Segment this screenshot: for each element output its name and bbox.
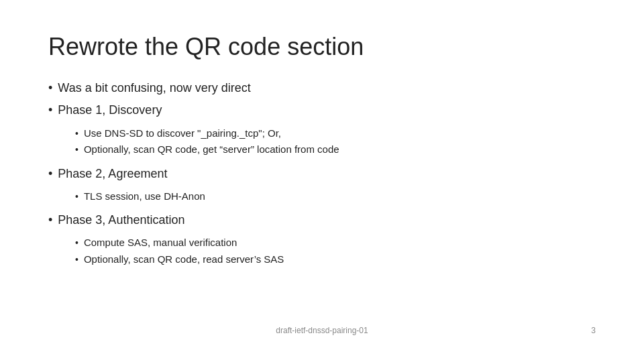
slide-footer: draft-ietf-dnssd-pairing-01 3 [48, 320, 596, 335]
bullet-1-text: Was a bit confusing, now very direct [58, 80, 250, 97]
bullet-4-sub-2-text: Optionally, scan QR code, read server’s … [84, 252, 284, 267]
bullet-4-sub-1-text: Compute SAS, manual verification [84, 235, 237, 251]
bullet-4-sub-2-dot: • [75, 252, 78, 267]
bullet-2-sub-2-dot: • [75, 142, 78, 157]
bullet-4-sub-2: • Optionally, scan QR code, read server’… [75, 252, 596, 267]
bullet-4-subs: • Compute SAS, manual verification • Opt… [75, 235, 596, 267]
bullet-3-subs: • TLS session, use DH-Anon [75, 189, 596, 204]
bullet-2-sub-2-text: Optionally, scan QR code, get “server” l… [84, 142, 339, 158]
bullet-4: • Phase 3, Authentication [48, 212, 596, 229]
slide-content: • Was a bit confusing, now very direct •… [48, 80, 596, 320]
bullet-2-dot: • [48, 102, 52, 119]
bullet-2-sub-2: • Optionally, scan QR code, get “server”… [75, 142, 596, 158]
bullet-2: • Phase 1, Discovery [48, 102, 596, 119]
bullet-3-sub-1-dot: • [75, 189, 78, 204]
bullet-3-dot: • [48, 166, 52, 182]
bullet-4-dot: • [48, 212, 52, 229]
bullet-3-text: Phase 2, Agreement [58, 166, 167, 182]
bullet-3-sub-1-text: TLS session, use DH-Anon [84, 189, 205, 204]
slide-title: Rewrote the QR code section [48, 32, 596, 61]
bullet-4-text: Phase 3, Authentication [58, 212, 184, 229]
slide: Rewrote the QR code section • Was a bit … [0, 0, 644, 362]
bullet-4-sub-1: • Compute SAS, manual verification [75, 235, 596, 251]
footer-center-text: draft-ietf-dnssd-pairing-01 [75, 326, 569, 335]
bullet-3-sub-1: • TLS session, use DH-Anon [75, 189, 596, 204]
bullet-2-text: Phase 1, Discovery [58, 102, 162, 119]
bullet-2-sub-1-dot: • [75, 126, 78, 141]
bullet-1-dot: • [48, 80, 52, 97]
bullet-4-sub-1-dot: • [75, 235, 78, 250]
bullet-2-subs: • Use DNS-SD to discover "_pairing._tcp"… [75, 126, 596, 158]
bullet-2-sub-1: • Use DNS-SD to discover "_pairing._tcp"… [75, 126, 596, 141]
bullet-2-sub-1-text: Use DNS-SD to discover "_pairing._tcp"; … [84, 126, 281, 141]
bullet-3: • Phase 2, Agreement [48, 166, 596, 182]
bullet-1: • Was a bit confusing, now very direct [48, 80, 596, 97]
footer-page-number: 3 [569, 326, 596, 335]
